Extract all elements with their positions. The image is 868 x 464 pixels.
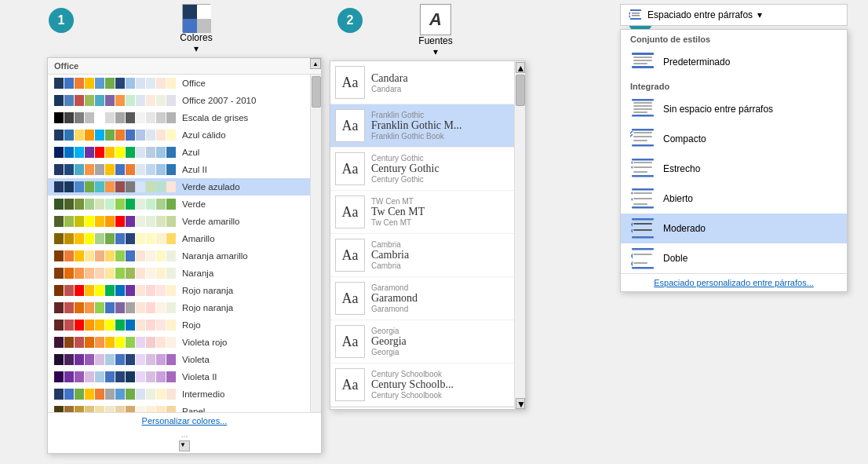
- spacing-footer-link[interactable]: Espaciado personalizado entre párrafos..…: [621, 273, 847, 291]
- svg-line-19: [630, 134, 633, 137]
- font-item[interactable]: AaCandaraCandara: [330, 61, 525, 104]
- spacing-button[interactable]: Espaciado entre párrafos ▾: [620, 4, 848, 26]
- font-info: GaramondGaramondGaramond: [371, 283, 418, 313]
- colors-header: Office: [48, 58, 321, 75]
- svg-rect-3: [630, 18, 641, 20]
- font-item[interactable]: AaCentury SchoolbookCentury Schoolb...Ce…: [330, 364, 525, 407]
- spacing-item-moderado[interactable]: Moderado: [621, 214, 847, 243]
- font-info: Franklin GothicFranklin Gothic M...Frank…: [371, 111, 462, 141]
- fonts-button-label: Fuentes: [418, 35, 452, 46]
- color-item[interactable]: Azul II: [48, 161, 321, 178]
- color-item[interactable]: Azul cálido: [48, 126, 321, 144]
- spacing-item-label: Doble: [663, 253, 687, 264]
- svg-rect-44: [632, 248, 654, 250]
- spacing-button-label: Espaciado entre párrafos: [647, 9, 753, 20]
- predeterminado-icon: [630, 50, 655, 74]
- font-icon: A: [420, 4, 451, 35]
- color-name: Violeta: [182, 355, 210, 364]
- spacing-item-sin-espacio[interactable]: Sin espacio entre párrafos: [621, 94, 847, 124]
- spacing-item-predeterminado[interactable]: Predeterminado: [621, 47, 847, 77]
- color-item[interactable]: Rojo naranja: [48, 282, 321, 299]
- color-name: Azul cálido: [182, 130, 226, 140]
- colors-scrollbar[interactable]: [310, 75, 321, 412]
- svg-rect-38: [632, 218, 654, 221]
- color-item[interactable]: Violeta II: [48, 368, 321, 385]
- colors-button[interactable]: Colores ▾: [71, 4, 322, 54]
- fonts-button[interactable]: A Fuentes ▾: [345, 4, 526, 57]
- spacing-item-abierto[interactable]: Abierto: [621, 184, 847, 214]
- color-swatches: [54, 199, 176, 210]
- colors-list-inner: OfficeOffice 2007 - 2010Escala de grises…: [48, 75, 321, 412]
- scroll-up-arrow[interactable]: ▲: [310, 58, 321, 69]
- font-info: CambriaCambriaCambria: [371, 240, 409, 270]
- svg-rect-42: [633, 229, 652, 231]
- font-main-name: Cambria: [371, 249, 409, 261]
- color-item[interactable]: Rojo: [48, 316, 321, 334]
- font-scroll-thumb[interactable]: [516, 75, 525, 106]
- svg-rect-43: [632, 236, 654, 239]
- font-item[interactable]: AaGeorgiaGeorgiaGeorgia: [330, 320, 525, 364]
- color-item[interactable]: Naranja: [48, 265, 321, 282]
- color-item[interactable]: Office: [48, 75, 321, 92]
- spacing-item-compacto[interactable]: Compacto: [621, 124, 847, 154]
- color-name: Azul II: [182, 165, 207, 174]
- spacing-panel: Espaciado entre párrafos ▾ Conjunto de e…: [620, 4, 848, 292]
- font-item[interactable]: AaFranklin GothicFranklin Gothic M...Fra…: [330, 104, 525, 148]
- color-name: Verde amarillo: [182, 217, 240, 226]
- color-swatches: [54, 406, 176, 412]
- font-preview-box: Aa: [335, 66, 365, 99]
- spacing-item-label: Predeterminado: [663, 57, 730, 68]
- color-swatches: [54, 216, 176, 227]
- svg-marker-46: [631, 261, 633, 267]
- color-item[interactable]: Intermedio: [48, 385, 321, 403]
- fonts-footer-link[interactable]: Personalizar fuentes...: [330, 407, 525, 410]
- color-item[interactable]: Verde amarillo: [48, 213, 321, 230]
- svg-rect-13: [633, 105, 652, 107]
- color-item[interactable]: Escala de grises: [48, 109, 321, 126]
- svg-rect-10: [632, 66, 654, 68]
- doble-icon: [630, 247, 655, 270]
- color-item[interactable]: Violeta: [48, 351, 321, 368]
- svg-rect-23: [632, 144, 654, 147]
- spacing-item-doble[interactable]: Doble: [621, 243, 847, 273]
- font-item[interactable]: AaCambriaCambriaCambria: [330, 234, 525, 277]
- color-swatches: [54, 147, 176, 158]
- fonts-dropdown-arrow: ▾: [433, 46, 438, 57]
- color-swatches: [54, 181, 176, 192]
- color-name: Amarillo: [182, 234, 215, 243]
- font-main-name: Franklin Gothic M...: [371, 119, 462, 132]
- scroll-thumb[interactable]: [312, 76, 321, 108]
- color-item[interactable]: Rojo naranja: [48, 299, 321, 316]
- font-theme-name: Century Gothic: [371, 154, 439, 163]
- color-item[interactable]: Naranja amarillo: [48, 247, 321, 265]
- section-integrated: Integrado: [621, 77, 847, 94]
- colors-footer-link[interactable]: Personalizar colores...: [48, 412, 321, 429]
- scroll-down-arrow[interactable]: ▼: [179, 440, 190, 451]
- svg-marker-33: [631, 198, 633, 201]
- color-swatches: [54, 371, 176, 382]
- spacing-icon: [629, 8, 643, 22]
- font-sub-name: Century Gothic: [371, 175, 439, 184]
- color-item[interactable]: Violeta rojo: [48, 334, 321, 351]
- color-item[interactable]: Azul: [48, 144, 321, 161]
- svg-rect-7: [633, 57, 652, 58]
- font-item[interactable]: AaTW Cen MTTw Cen MTTw Cen MT: [330, 191, 525, 234]
- spacing-item-label: Compacto: [663, 133, 706, 144]
- svg-rect-22: [633, 140, 647, 141]
- scroll-down[interactable]: ▼: [516, 398, 525, 409]
- svg-marker-39: [631, 222, 633, 227]
- color-item[interactable]: Office 2007 - 2010: [48, 92, 321, 109]
- color-item[interactable]: Papel: [48, 403, 321, 412]
- scroll-up[interactable]: ▲: [516, 62, 525, 73]
- font-main-name: Tw Cen MT: [371, 206, 425, 218]
- color-item[interactable]: Amarillo: [48, 230, 321, 247]
- font-item[interactable]: AaGaramondGaramondGaramond: [330, 277, 525, 320]
- svg-marker-25: [631, 161, 633, 164]
- color-item[interactable]: Verde: [48, 195, 321, 213]
- fonts-scrollbar[interactable]: ▲ ▼: [514, 61, 525, 409]
- font-item[interactable]: AaCentury GothicCentury GothicCentury Go…: [330, 148, 525, 191]
- color-item[interactable]: Verde azulado: [48, 178, 321, 195]
- font-info: Century GothicCentury GothicCentury Goth…: [371, 154, 439, 184]
- font-info: GeorgiaGeorgiaGeorgia: [371, 327, 407, 356]
- spacing-item-estrecho[interactable]: Estrecho: [621, 154, 847, 184]
